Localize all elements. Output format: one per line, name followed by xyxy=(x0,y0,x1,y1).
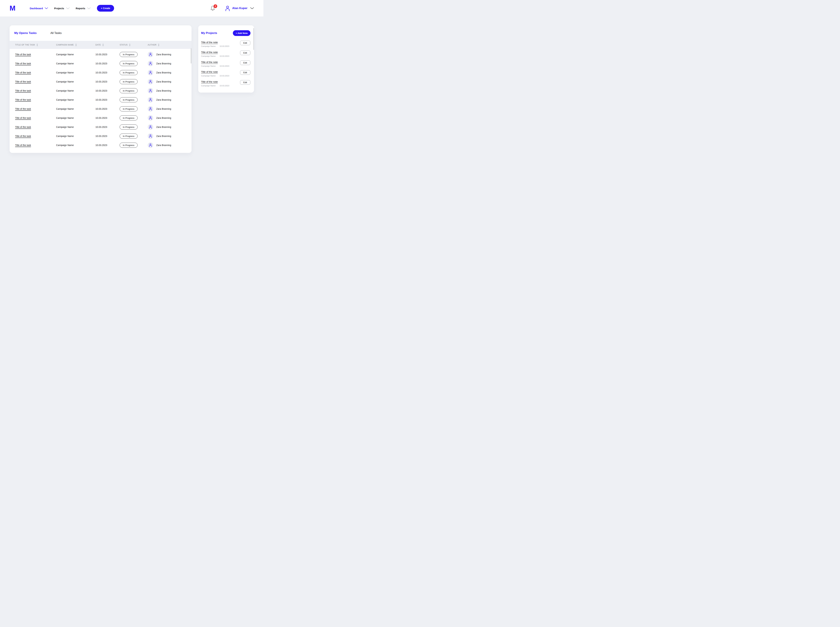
brand-logo[interactable]: M xyxy=(9,5,15,12)
edit-note-button[interactable]: Edit xyxy=(240,41,250,45)
user-menu[interactable]: Alan Kuper xyxy=(225,6,254,11)
table-row: Title of the task Campaign Name 10.03.20… xyxy=(9,77,192,86)
column-label: STATUS xyxy=(120,44,128,46)
task-title-link[interactable]: Title of the task xyxy=(15,126,31,128)
task-title-link[interactable]: Title of the task xyxy=(15,71,31,74)
task-title-link[interactable]: Title of the task xyxy=(15,89,31,92)
task-title-link[interactable]: Title of the task xyxy=(15,80,31,83)
task-title-link[interactable]: Title of the task xyxy=(15,53,31,56)
nav-item-reports[interactable]: Reports xyxy=(76,7,91,10)
tasks-panel: My Opens Tasks All Tasks TITLE OF THE TA… xyxy=(9,25,192,153)
status-badge: In Progress xyxy=(120,52,137,57)
nav-item-dashboard[interactable]: Dashboard xyxy=(30,7,48,10)
avatar xyxy=(148,115,153,121)
nav-item-label: Projects xyxy=(54,7,64,10)
note-date: 10.03.2023 xyxy=(219,45,229,47)
campaign-name-cell: Campaign Name xyxy=(56,80,74,83)
add-note-button[interactable]: + Add Note xyxy=(233,30,251,36)
edit-note-button[interactable]: Edit xyxy=(240,50,250,55)
task-title-link[interactable]: Title of the task xyxy=(15,107,31,110)
note-title-link[interactable]: Title of the note xyxy=(201,61,218,63)
column-header-author[interactable]: AUTHOR xyxy=(148,41,159,49)
table-row: Title of the task Campaign Name 10.03.20… xyxy=(9,50,192,59)
avatar xyxy=(148,70,153,76)
column-label: DATE xyxy=(95,44,101,46)
status-badge: In Progress xyxy=(120,61,137,66)
column-label: CAMPAIGN NAME xyxy=(56,44,74,46)
edit-note-button[interactable]: Edit xyxy=(240,70,250,75)
avatar xyxy=(148,88,153,94)
edit-note-button[interactable]: Edit xyxy=(240,60,250,65)
author-name-cell: Zara Branning xyxy=(156,71,171,74)
person-icon xyxy=(149,71,152,74)
list-item: Title of the note Campaign Name 10.03.20… xyxy=(198,41,254,51)
chevron-down-icon xyxy=(66,7,70,9)
create-button[interactable]: + Create xyxy=(97,5,114,12)
author-name-cell: Zara Branning xyxy=(156,53,171,56)
status-badge: In Progress xyxy=(120,115,137,120)
chevron-down-icon xyxy=(45,7,48,9)
table-row: Title of the task Campaign Name 10.03.20… xyxy=(9,123,192,132)
date-cell: 10.03.2023 xyxy=(95,144,107,147)
date-cell: 10.03.2023 xyxy=(95,135,107,137)
note-title-link[interactable]: Title of the note xyxy=(201,71,218,73)
table-scrollbar[interactable] xyxy=(191,48,192,63)
note-subline: Campaign Name 10.03.2023 xyxy=(201,65,254,67)
edit-note-button[interactable]: Edit xyxy=(240,80,250,85)
person-icon xyxy=(149,62,152,65)
date-cell: 10.03.2023 xyxy=(95,80,107,83)
projects-panel: My Projects + Add Note Title of the note… xyxy=(198,25,254,93)
person-icon xyxy=(149,80,152,83)
task-title-link[interactable]: Title of the task xyxy=(15,62,31,65)
tab-my-open-tasks[interactable]: My Opens Tasks xyxy=(14,32,36,35)
task-title-link[interactable]: Title of the task xyxy=(15,144,31,147)
person-icon xyxy=(149,89,152,93)
note-title-link[interactable]: Title of the note xyxy=(201,41,218,44)
projects-title: My Projects xyxy=(201,32,217,35)
author-name-cell: Zara Branning xyxy=(156,126,171,128)
campaign-name-cell: Campaign Name xyxy=(56,117,74,119)
status-badge: In Progress xyxy=(120,79,137,84)
campaign-name-cell: Campaign Name xyxy=(56,107,74,110)
table-row: Title of the task Campaign Name 10.03.20… xyxy=(9,141,192,150)
date-cell: 10.03.2023 xyxy=(95,62,107,65)
avatar xyxy=(148,106,153,112)
author-name-cell: Zara Branning xyxy=(156,98,171,101)
note-title-link[interactable]: Title of the note xyxy=(201,51,218,54)
notification-count-badge: 2 xyxy=(214,5,217,8)
task-title-link[interactable]: Title of the task xyxy=(15,135,31,137)
status-badge: In Progress xyxy=(120,124,137,129)
column-header-campaign[interactable]: CAMPAIGN NAME xyxy=(56,41,77,49)
status-badge: In Progress xyxy=(120,88,137,93)
avatar xyxy=(148,61,153,66)
note-campaign: Campaign Name xyxy=(201,55,216,57)
note-date: 10.03.2023 xyxy=(219,55,229,57)
note-date: 10.03.2023 xyxy=(219,65,229,67)
person-icon xyxy=(149,125,152,129)
column-label: TITLE OF THE TASK xyxy=(15,44,35,46)
sort-icon xyxy=(36,44,38,46)
task-title-link[interactable]: Title of the task xyxy=(15,117,31,119)
author-name-cell: Zara Branning xyxy=(156,135,171,137)
projects-scrollbar[interactable] xyxy=(253,28,254,50)
note-date: 10.03.2023 xyxy=(219,75,229,77)
table-row: Title of the task Campaign Name 10.03.20… xyxy=(9,113,192,123)
tab-all-tasks[interactable]: All Tasks xyxy=(50,32,61,35)
person-icon xyxy=(149,134,152,138)
note-subline: Campaign Name 10.03.2023 xyxy=(201,75,254,77)
column-header-status[interactable]: STATUS xyxy=(120,41,131,49)
task-title-link[interactable]: Title of the task xyxy=(15,98,31,101)
chevron-down-icon xyxy=(250,7,254,9)
author-name-cell: Zara Branning xyxy=(156,144,171,147)
author-name-cell: Zara Branning xyxy=(156,117,171,119)
column-header-date[interactable]: DATE xyxy=(95,41,104,49)
notifications-button[interactable]: 2 xyxy=(210,6,215,11)
author-name-cell: Zara Branning xyxy=(156,107,171,110)
note-subline: Campaign Name 10.03.2023 xyxy=(201,55,254,57)
table-header-row: TITLE OF THE TASK CAMPAIGN NAME DATE STA… xyxy=(9,41,192,49)
nav-item-projects[interactable]: Projects xyxy=(54,7,69,10)
note-title-link[interactable]: Title of the note xyxy=(201,80,218,83)
column-header-title[interactable]: TITLE OF THE TASK xyxy=(15,41,38,49)
sort-icon xyxy=(102,44,104,46)
nav-item-label: Reports xyxy=(76,7,85,10)
